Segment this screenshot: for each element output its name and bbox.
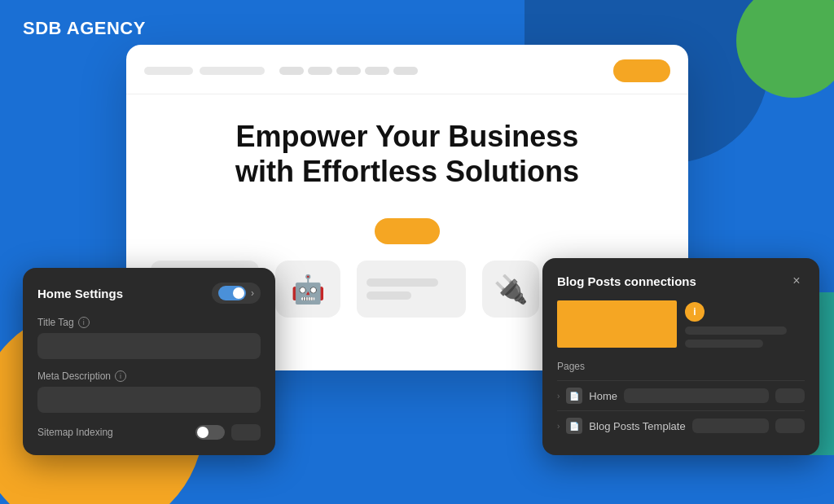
blog-info-line-1	[685, 327, 787, 335]
home-settings-panel: Home Settings › Title Tag i Meta Descrip…	[23, 268, 275, 455]
sitemap-row: Sitemap Indexing	[37, 424, 261, 440]
nav-pill-1	[144, 67, 193, 75]
page-file-icon-2: 📄	[566, 418, 582, 434]
page-row-home[interactable]: › 📄 Home	[557, 380, 805, 410]
content-block-2	[357, 261, 465, 318]
blog-panel-title: Blog Posts connections	[557, 274, 696, 288]
sitemap-pill	[231, 424, 261, 440]
title-tag-input[interactable]	[37, 333, 261, 359]
page-expand-icon-2: ›	[557, 422, 560, 431]
content-block-icon-1: 🤖	[275, 261, 340, 318]
content-line-2b	[367, 291, 411, 300]
meta-description-input[interactable]	[37, 387, 261, 413]
blog-posts-panel: Blog Posts connections × i Pages › 📄 Hom…	[542, 258, 819, 455]
sitemap-label: Sitemap Indexing	[37, 427, 113, 438]
nav-dot-5	[393, 67, 418, 75]
blog-info-icon: i	[685, 302, 705, 322]
blog-info-lines	[685, 327, 805, 348]
plugin-icon: 🔌	[494, 275, 528, 303]
meta-description-info-icon: i	[115, 370, 126, 382]
page-name-home: Home	[589, 390, 617, 402]
robot-icon: 🤖	[291, 275, 325, 303]
page-row-blog[interactable]: › 📄 Blog Posts Template	[557, 410, 805, 440]
hero-buttons	[126, 205, 688, 244]
sitemap-controls	[195, 424, 261, 440]
chevron-down-icon: ›	[251, 287, 254, 299]
content-lines-2	[357, 269, 465, 309]
hero-title: Empower Your Business with Effortless So…	[143, 119, 672, 189]
hero-cta-button[interactable]	[375, 218, 440, 244]
nav-pill-2	[200, 67, 265, 75]
blog-info-line-2	[685, 340, 763, 348]
nav-cta-button[interactable]	[613, 59, 670, 82]
toggle-group[interactable]: ›	[212, 283, 261, 304]
meta-description-label: Meta Description i	[37, 370, 261, 382]
content-block-icon-2: 🔌	[482, 261, 539, 318]
page-expand-icon: ›	[557, 392, 560, 401]
page-name-blog: Blog Posts Template	[589, 420, 685, 432]
content-line-2a	[367, 278, 437, 287]
pages-label: Pages	[557, 361, 805, 372]
nav-dot-3	[336, 67, 361, 75]
home-settings-header: Home Settings ›	[37, 283, 261, 304]
page-file-icon: 📄	[566, 388, 582, 404]
blog-panel-header: Blog Posts connections ×	[557, 273, 805, 289]
nav-dots	[279, 67, 418, 75]
blog-info-stripe	[557, 300, 677, 348]
blog-info-card: i	[557, 300, 805, 348]
page-pill-blog	[692, 419, 769, 433]
page-badge-blog	[775, 419, 805, 433]
home-settings-toggle[interactable]	[218, 286, 246, 300]
close-button[interactable]: ×	[788, 273, 805, 289]
main-card-nav	[126, 45, 688, 94]
nav-dot-4	[365, 67, 389, 75]
page-badge-home	[775, 388, 805, 403]
hero-section: Empower Your Business with Effortless So…	[126, 94, 688, 205]
page-pill-home	[624, 388, 769, 403]
sitemap-toggle[interactable]	[195, 425, 225, 440]
title-tag-label: Title Tag i	[37, 317, 261, 328]
logo: SDB AGENCY	[23, 18, 146, 39]
nav-dot-2	[308, 67, 332, 75]
home-settings-title: Home Settings	[37, 287, 123, 300]
title-tag-info-icon: i	[78, 317, 90, 328]
nav-dot-1	[279, 67, 304, 75]
